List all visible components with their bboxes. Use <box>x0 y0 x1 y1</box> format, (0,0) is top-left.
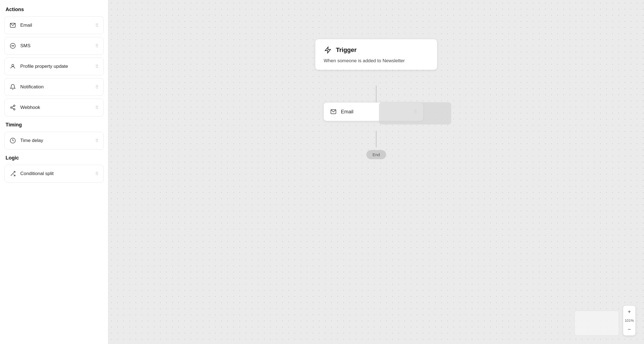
sidebar-item-conditional-split[interactable]: Conditional split ⠿ <box>4 165 104 183</box>
sidebar-item-sms[interactable]: SMS ⠿ <box>4 37 104 55</box>
sidebar-item-notification-label: Notification <box>20 84 44 90</box>
trigger-title: Trigger <box>336 46 357 54</box>
drag-handle-sms[interactable]: ⠿ <box>95 43 99 49</box>
sidebar-item-profile-property-update[interactable]: Profile property update ⠿ <box>4 58 104 75</box>
end-node: End <box>366 150 386 159</box>
sms-icon <box>9 42 16 49</box>
drag-handle-time-delay[interactable]: ⠿ <box>95 138 99 143</box>
time-delay-icon <box>9 137 16 144</box>
sidebar-item-time-delay-label: Time delay <box>20 138 43 143</box>
sidebar-item-time-delay[interactable]: Time delay ⠿ <box>4 132 104 149</box>
drag-handle-conditional-split[interactable]: ⠿ <box>95 171 99 176</box>
section-title-timing: Timing <box>4 122 104 128</box>
svg-point-8 <box>12 64 14 66</box>
section-title-actions: Actions <box>4 7 104 13</box>
sidebar-item-profile-label: Profile property update <box>20 64 68 69</box>
connector-1 <box>376 86 376 102</box>
trigger-icon <box>323 45 333 55</box>
conditional-split-icon <box>9 170 16 177</box>
drag-handle-email[interactable]: ⠿ <box>95 23 99 28</box>
svg-marker-17 <box>325 47 331 53</box>
sidebar-item-conditional-split-label: Conditional split <box>20 171 54 176</box>
section-title-logic: Logic <box>4 155 104 161</box>
sidebar-item-email[interactable]: Email ⠿ <box>4 16 104 34</box>
svg-point-6 <box>14 46 14 46</box>
connector-2 <box>376 131 376 147</box>
webhook-icon <box>9 104 16 111</box>
sidebar-item-webhook-label: Webhook <box>20 105 40 110</box>
svg-line-12 <box>12 108 14 109</box>
email-node-icon <box>330 108 337 115</box>
ghost-placeholder-node <box>379 102 451 124</box>
svg-line-16 <box>14 175 15 176</box>
drag-handle-profile[interactable]: ⠿ <box>95 64 99 69</box>
svg-point-5 <box>13 46 13 46</box>
notification-icon <box>9 83 16 91</box>
zoom-level-display: 101% <box>625 317 634 324</box>
svg-point-11 <box>14 109 15 110</box>
profile-icon <box>9 63 16 70</box>
sidebar-item-email-label: Email <box>20 23 32 28</box>
sidebar-item-notification[interactable]: Notification ⠿ <box>4 78 104 96</box>
svg-point-9 <box>14 105 15 107</box>
canvas: Trigger When someone is added to Newslet… <box>108 0 644 344</box>
email-node-label: Email <box>341 109 353 115</box>
zoom-in-button[interactable]: + <box>624 307 634 317</box>
svg-line-13 <box>12 106 14 107</box>
sidebar: Actions Email ⠿ <box>0 0 108 344</box>
sidebar-item-webhook[interactable]: Webhook ⠿ <box>4 99 104 116</box>
drag-handle-notification[interactable]: ⠿ <box>95 84 99 90</box>
trigger-description: When someone is added to Newsletter <box>323 58 429 64</box>
zoom-controls: + 101% − <box>623 305 636 336</box>
drag-handle-webhook[interactable]: ⠿ <box>95 105 99 110</box>
svg-point-4 <box>12 46 12 46</box>
email-icon <box>9 22 16 29</box>
sidebar-item-sms-label: SMS <box>20 43 31 49</box>
mini-map <box>575 311 619 336</box>
svg-point-10 <box>11 107 12 108</box>
trigger-node[interactable]: Trigger When someone is added to Newslet… <box>315 39 437 70</box>
zoom-out-button[interactable]: − <box>624 324 634 334</box>
